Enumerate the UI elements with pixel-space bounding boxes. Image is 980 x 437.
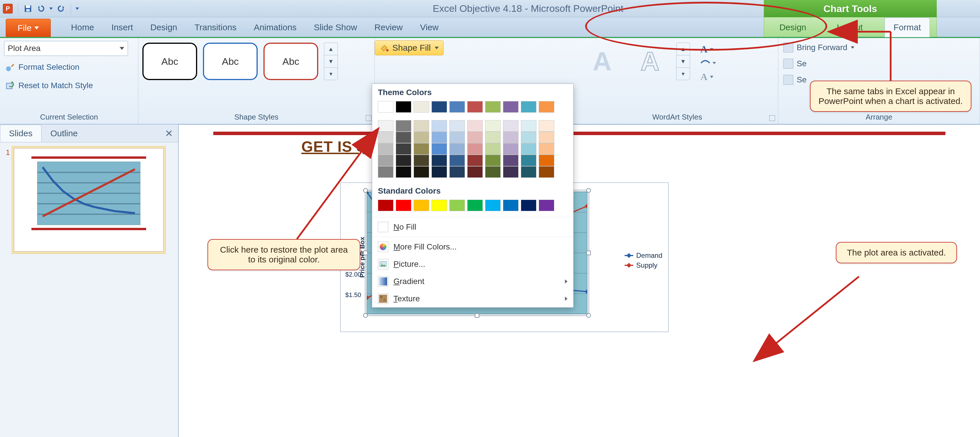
color-swatch[interactable] — [485, 166, 501, 178]
undo-icon[interactable] — [36, 3, 46, 14]
color-swatch[interactable] — [378, 120, 393, 132]
color-swatch[interactable] — [539, 120, 554, 132]
qat-customize-icon[interactable] — [76, 8, 79, 10]
color-swatch[interactable] — [396, 132, 411, 143]
color-swatch[interactable] — [378, 200, 393, 211]
color-swatch[interactable] — [414, 143, 429, 155]
panel-tab-outline[interactable]: Outline — [41, 125, 87, 142]
slide-thumbnail[interactable] — [14, 148, 164, 252]
gallery-up-icon[interactable]: ▲ — [324, 43, 337, 55]
color-swatch[interactable] — [431, 143, 447, 155]
color-swatch[interactable] — [521, 143, 536, 155]
color-swatch[interactable] — [521, 155, 536, 166]
color-swatch[interactable] — [485, 200, 501, 211]
gallery-more-icon[interactable]: ▾ — [324, 68, 337, 80]
wordart-gallery-scroll[interactable]: ▲▼▾ — [676, 43, 690, 80]
color-swatch[interactable] — [539, 101, 554, 113]
color-swatch[interactable] — [449, 101, 465, 113]
color-swatch[interactable] — [503, 132, 519, 143]
color-swatch[interactable] — [539, 200, 554, 211]
color-swatch[interactable] — [396, 155, 411, 166]
file-tab[interactable]: File — [6, 19, 51, 37]
color-swatch[interactable] — [449, 155, 465, 166]
tab-transitions[interactable]: Transitions — [186, 18, 245, 37]
color-swatch[interactable] — [414, 200, 429, 211]
gallery-down-icon[interactable]: ▼ — [324, 55, 337, 68]
color-swatch[interactable] — [396, 166, 411, 178]
texture-fill-option[interactable]: Texture — [372, 290, 573, 307]
color-swatch[interactable] — [485, 143, 501, 155]
color-swatch[interactable] — [414, 155, 429, 166]
shape-fill-split-button[interactable]: Shape Fill — [375, 40, 444, 55]
gradient-fill-option[interactable]: Gradient — [372, 273, 573, 290]
color-swatch[interactable] — [467, 200, 483, 211]
color-swatch[interactable] — [449, 143, 465, 155]
color-swatch[interactable] — [521, 166, 536, 178]
redo-icon[interactable] — [56, 3, 66, 14]
color-swatch[interactable] — [414, 132, 429, 143]
color-swatch[interactable] — [396, 200, 411, 211]
color-swatch[interactable] — [503, 143, 519, 155]
text-outline-button[interactable] — [700, 59, 716, 67]
tab-design[interactable]: Design — [142, 18, 186, 37]
wordart-swatch-1[interactable]: A — [581, 43, 624, 80]
color-swatch[interactable] — [539, 155, 554, 166]
save-icon[interactable] — [23, 3, 33, 14]
color-swatch[interactable] — [449, 200, 465, 211]
color-swatch[interactable] — [431, 200, 447, 211]
chart-element-selector[interactable]: Plot Area — [4, 41, 128, 56]
shape-styles-launcher-icon[interactable] — [366, 115, 372, 121]
color-swatch[interactable] — [431, 155, 447, 166]
text-effects-button[interactable]: A — [700, 72, 716, 83]
color-swatch[interactable] — [467, 155, 483, 166]
more-fill-colors-option[interactable]: More Fill Colors... — [372, 238, 573, 256]
slide-canvas[interactable]: PRICE TARGET IS $2.50 Supply and Demand … — [179, 124, 980, 437]
color-swatch[interactable] — [449, 166, 465, 178]
color-swatch[interactable] — [431, 120, 447, 132]
color-swatch[interactable] — [378, 143, 393, 155]
color-swatch[interactable] — [467, 120, 483, 132]
color-swatch[interactable] — [467, 143, 483, 155]
color-swatch[interactable] — [521, 200, 536, 211]
text-fill-button[interactable]: A — [700, 44, 716, 55]
color-swatch[interactable] — [431, 101, 447, 113]
no-fill-option[interactable]: No Fill — [372, 218, 573, 236]
tab-chart-layout[interactable]: Layout — [828, 18, 871, 37]
format-selection-button[interactable]: Format Selection — [4, 60, 81, 74]
tab-review[interactable]: Review — [366, 18, 411, 37]
color-swatch[interactable] — [539, 166, 554, 178]
color-swatch[interactable] — [503, 120, 519, 132]
selection-pane-button[interactable]: Se — [782, 73, 808, 86]
color-swatch[interactable] — [485, 132, 501, 143]
color-swatch[interactable] — [521, 120, 536, 132]
color-swatch[interactable] — [503, 101, 519, 113]
color-swatch[interactable] — [485, 101, 501, 113]
send-backward-button[interactable]: Se — [782, 57, 808, 70]
color-swatch[interactable] — [396, 143, 411, 155]
color-swatch[interactable] — [396, 101, 411, 113]
bring-forward-button[interactable]: Bring Forward — [782, 41, 856, 54]
color-swatch[interactable] — [539, 143, 554, 155]
color-swatch[interactable] — [503, 166, 519, 178]
tab-home[interactable]: Home — [62, 18, 103, 37]
tab-view[interactable]: View — [411, 18, 447, 37]
shape-style-swatch-2[interactable]: Abc — [203, 43, 258, 80]
color-swatch[interactable] — [449, 132, 465, 143]
undo-dropdown-icon[interactable] — [49, 8, 53, 10]
color-swatch[interactable] — [467, 132, 483, 143]
tab-chart-format[interactable]: Format — [885, 17, 930, 37]
color-swatch[interactable] — [485, 120, 501, 132]
tab-chart-design[interactable]: Design — [771, 18, 815, 37]
color-swatch[interactable] — [521, 101, 536, 113]
color-swatch[interactable] — [396, 120, 411, 132]
color-swatch[interactable] — [467, 166, 483, 178]
color-swatch[interactable] — [378, 132, 393, 143]
reset-to-match-style-button[interactable]: Reset to Match Style — [4, 78, 94, 93]
color-swatch[interactable] — [378, 155, 393, 166]
color-swatch[interactable] — [431, 166, 447, 178]
wordart-launcher-icon[interactable] — [769, 115, 775, 121]
color-swatch[interactable] — [503, 155, 519, 166]
color-swatch[interactable] — [539, 132, 554, 143]
color-swatch[interactable] — [431, 132, 447, 143]
color-swatch[interactable] — [414, 101, 429, 113]
